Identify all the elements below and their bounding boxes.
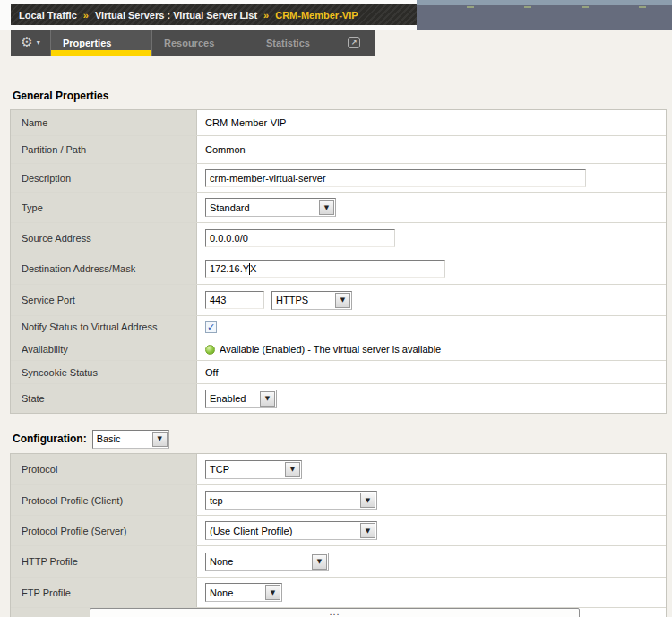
- property-row: Protocol Profile (Client)tcp▼: [11, 484, 666, 515]
- property-row: Syncookie StatusOff: [11, 360, 666, 383]
- property-value: Available (Enabled) - The virtual server…: [197, 338, 666, 360]
- breadcrumb-item-local-traffic[interactable]: Local Traffic: [19, 10, 77, 21]
- property-value: Common: [197, 136, 666, 163]
- tab-label: Properties: [63, 38, 111, 48]
- property-value: None▼: [197, 546, 666, 577]
- syncookie-status-value: Off: [205, 367, 218, 378]
- availability-status: Available (Enabled) - The virtual server…: [205, 344, 441, 355]
- property-row: FTP ProfileNone▼: [11, 577, 666, 607]
- property-value: 172.16.YX: [197, 253, 666, 284]
- name-value: CRM-Member-VIP: [205, 117, 286, 128]
- active-tab-indicator: [51, 50, 151, 56]
- tab-properties[interactable]: Properties: [51, 30, 152, 56]
- property-row: Descriptioncrm-member-virtual-server: [11, 163, 666, 192]
- breadcrumb-separator-icon: »: [83, 10, 89, 21]
- property-value: 443HTTPS▼: [197, 285, 666, 315]
- dropdown-arrow-icon: ▼: [319, 200, 334, 215]
- property-label: Availability: [11, 338, 197, 360]
- overlay-ellipsis: ...: [329, 609, 340, 617]
- http-profile-select[interactable]: None▼: [205, 553, 329, 571]
- tab-label: Resources: [164, 38, 214, 48]
- dropdown-arrow-icon: ▼: [360, 523, 375, 538]
- dropdown-arrow-icon: ▼: [335, 293, 350, 308]
- configuration-label: Configuration:: [13, 433, 87, 445]
- tab-label: Statistics: [266, 38, 310, 48]
- protocol-select[interactable]: TCP▼: [205, 460, 302, 479]
- property-row: ProtocolTCP▼: [11, 454, 666, 484]
- dropdown-arrow-icon: ▼: [312, 554, 327, 570]
- source-address-input[interactable]: 0.0.0.0/0: [205, 229, 395, 247]
- configuration-level-slot: Basic▼: [92, 430, 169, 449]
- dropdown-arrow-icon: ▼: [260, 391, 275, 407]
- property-row: Protocol Profile (Server)(Use Client Pro…: [11, 515, 666, 545]
- property-row: AvailabilityAvailable (Enabled) - The vi…: [11, 338, 666, 360]
- property-label: Syncookie Status: [11, 361, 197, 383]
- service-port-select[interactable]: HTTPS▼: [271, 291, 352, 310]
- property-row: Service Port443HTTPS▼: [11, 284, 666, 315]
- property-label: Source Address: [11, 223, 197, 253]
- general-properties-table: NameCRM-Member-VIPPartition / PathCommon…: [10, 109, 667, 414]
- property-label: Service Port: [11, 285, 197, 315]
- property-label: Description: [11, 164, 197, 192]
- general-properties-heading: General Properties: [13, 90, 108, 102]
- bottom-overlay-handle[interactable]: ...: [90, 608, 580, 617]
- breadcrumb-item-virtual-server-list[interactable]: Virtual Servers : Virtual Server List: [95, 10, 257, 21]
- state-select[interactable]: Enabled▼: [205, 390, 277, 408]
- service-port-input[interactable]: 443: [205, 291, 264, 309]
- property-label: Notify Status to Virtual Address: [11, 316, 197, 338]
- property-value: Off: [197, 361, 666, 383]
- partition-path-value: Common: [205, 144, 246, 155]
- protocol-profile-client-select[interactable]: tcp▼: [205, 491, 377, 510]
- service-port-group: 443HTTPS▼: [205, 291, 352, 310]
- type-select[interactable]: Standard▼: [205, 198, 336, 217]
- property-label: Name: [11, 110, 197, 135]
- property-value: TCP▼: [197, 454, 666, 484]
- chevron-down-icon: ▾: [37, 39, 40, 47]
- property-row: NameCRM-Member-VIP: [11, 110, 666, 135]
- configuration-level-row: Configuration: Basic▼: [13, 429, 169, 449]
- property-label: HTTP Profile: [11, 546, 197, 577]
- property-value: None▼: [197, 578, 666, 607]
- property-value: CRM-Member-VIP: [197, 110, 666, 135]
- property-label: FTP Profile: [11, 578, 197, 607]
- breadcrumb: Local Traffic » Virtual Servers : Virtua…: [11, 4, 417, 25]
- property-row: HTTP ProfileNone▼: [11, 545, 666, 577]
- configuration-level-select[interactable]: Basic▼: [92, 430, 169, 449]
- tab-statistics[interactable]: Statistics ↗: [254, 30, 375, 56]
- property-value: Enabled▼: [197, 384, 666, 413]
- gear-icon: ⚙: [21, 36, 32, 49]
- description-input[interactable]: crm-member-virtual-server: [205, 169, 586, 187]
- protocol-profile-server-select[interactable]: (Use Client Profile)▼: [205, 521, 377, 540]
- property-label: Partition / Path: [11, 136, 197, 163]
- property-value: Standard▼: [197, 193, 666, 222]
- property-value: tcp▼: [197, 485, 666, 515]
- ftp-profile-select[interactable]: None▼: [205, 583, 282, 602]
- property-label: Protocol Profile (Client): [11, 485, 197, 515]
- tab-bar: ⚙ ▾ Properties Resources Statistics ↗: [11, 30, 375, 56]
- property-value: ✓: [197, 316, 666, 338]
- breadcrumb-item-current: CRM-Member-VIP: [275, 10, 358, 21]
- property-value: (Use Client Profile)▼: [197, 516, 666, 545]
- dropdown-arrow-icon: ▼: [152, 432, 168, 447]
- configuration-table: ProtocolTCP▼Protocol Profile (Client)tcp…: [10, 453, 667, 617]
- property-label: Protocol: [11, 454, 197, 484]
- property-row: TypeStandard▼: [11, 192, 666, 222]
- page-header: Local Traffic » Virtual Servers : Virtua…: [0, 0, 672, 30]
- tab-menu-button[interactable]: ⚙ ▾: [11, 30, 51, 56]
- open-in-new-icon: ↗: [348, 37, 360, 48]
- dropdown-arrow-icon: ▼: [285, 462, 300, 477]
- destination-address-input[interactable]: 172.16.YX: [205, 260, 445, 278]
- property-row: Source Address0.0.0.0/0: [11, 222, 666, 253]
- property-row: Destination Address/Mask172.16.YX: [11, 253, 666, 284]
- status-available-icon: [205, 345, 215, 355]
- property-row: Notify Status to Virtual Address✓: [11, 315, 666, 338]
- dropdown-arrow-icon: ▼: [265, 585, 280, 600]
- tab-resources[interactable]: Resources: [152, 30, 254, 56]
- breadcrumb-separator-icon: »: [263, 10, 269, 21]
- property-label: Protocol Profile (Server): [11, 516, 197, 545]
- notify-status-checkbox[interactable]: ✓: [205, 321, 217, 333]
- header-banner: [417, 0, 672, 30]
- property-row: Partition / PathCommon: [11, 135, 666, 163]
- property-value: crm-member-virtual-server: [197, 164, 666, 192]
- property-row: StateEnabled▼: [11, 383, 666, 413]
